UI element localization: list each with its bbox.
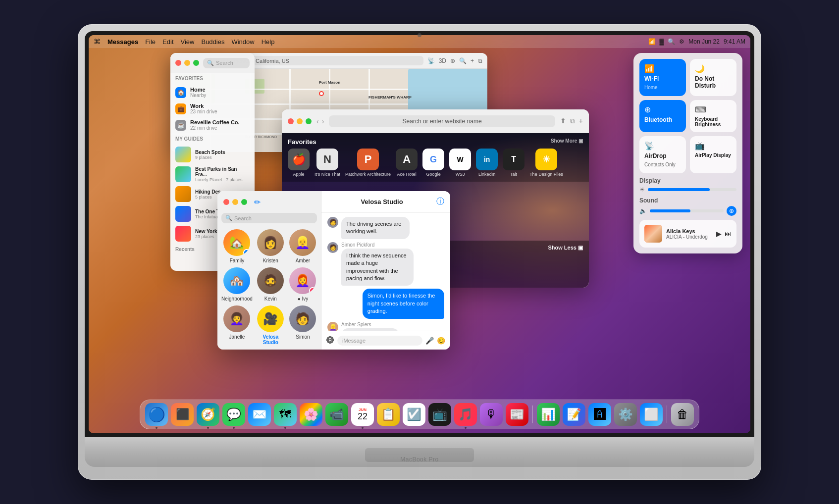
menubar-file[interactable]: File [145, 38, 156, 46]
contact-ivy[interactable]: 👩‍🦰 ♥ ● Ivy [289, 267, 317, 302]
search-menubar-icon[interactable]: 🔍 [668, 38, 675, 45]
messages-close-btn[interactable] [223, 199, 229, 205]
fav-designfiles[interactable]: ☀ The Design Files [529, 149, 563, 177]
cc-wifi-tile[interactable]: 📶 Wi-Fi Home [639, 59, 686, 96]
dock-launchpad[interactable]: ⬛ [171, 403, 194, 426]
contact-family[interactable]: 🏡 • Family [221, 229, 253, 263]
forward-icon[interactable]: › [322, 117, 324, 125]
airplay-label: AirPlay Display [695, 152, 732, 158]
dock-mail[interactable]: ✉️ [248, 403, 271, 426]
sidebar-max-btn[interactable] [193, 60, 199, 66]
dock-appstore[interactable]: 🅰 [588, 403, 611, 426]
trackpad[interactable] [365, 448, 474, 462]
dock-numbers[interactable]: 📊 [537, 403, 560, 426]
audio-button[interactable]: 🎤 [425, 337, 434, 345]
maps-overlay-icon[interactable]: ⊕ [450, 57, 455, 64]
fav-patchwork[interactable]: P Patchwork Architecture [345, 149, 391, 177]
menubar-buddies[interactable]: Buddies [201, 38, 224, 46]
imessage-input[interactable]: iMessage [337, 336, 422, 346]
dock-appletv[interactable]: 📺 [428, 403, 451, 426]
dock-podcasts[interactable]: 🎙 [480, 403, 503, 426]
sidebar-min-btn[interactable] [184, 60, 190, 66]
volume-slider[interactable] [650, 209, 724, 212]
music-play-btn[interactable]: ▶ [716, 230, 722, 238]
dock-messages[interactable]: 💬 [222, 403, 245, 426]
emoji-button[interactable]: 😊 [437, 337, 445, 345]
fav-apple[interactable]: 🍎 Apple [288, 149, 310, 177]
messages-min-btn[interactable] [232, 199, 238, 205]
cc-dnd-tile[interactable]: 🌙 Do Not Disturb [690, 59, 736, 96]
music-skip-btn[interactable]: ⏭ [725, 230, 732, 238]
dock-facetime[interactable]: 📹 [325, 403, 348, 426]
back-icon[interactable]: ‹ [316, 117, 319, 125]
podcasts-icon: 🎙 [485, 407, 497, 421]
compose-button[interactable]: ✏ [251, 196, 263, 208]
fav-wsj[interactable]: W WSJ [449, 149, 471, 177]
messages-window[interactable]: ✏ 🔍 Search 🏡 • [217, 191, 450, 350]
cc-airdrop-tile[interactable]: 📡 AirDrop Contacts Only [639, 136, 686, 173]
control-center-icon[interactable]: ⚙ [679, 38, 684, 45]
dock-pages[interactable]: 📝 [563, 403, 585, 426]
fav-google[interactable]: G Google [422, 149, 444, 177]
dock-maps[interactable]: 🗺 [274, 403, 297, 426]
contact-kristen[interactable]: 👩 Kristen [257, 229, 285, 263]
dock-prefs[interactable]: ⚙️ [614, 403, 637, 426]
menubar-edit[interactable]: Edit [162, 38, 173, 46]
sidebar-favorite-coffee[interactable]: ☕ Reveille Coffee Co. 22 min drive [170, 117, 255, 133]
dock-reminders[interactable]: ☑️ [403, 403, 425, 426]
fav-nicehat[interactable]: N It's Nice That [315, 149, 340, 177]
dock-stickies[interactable]: 📋 [377, 403, 400, 426]
messages-max-btn[interactable] [241, 199, 247, 205]
menubar-view[interactable]: View [181, 38, 195, 46]
safari-share-icon[interactable]: ⬆ [560, 117, 566, 125]
maps-more-icon[interactable]: ⧉ [478, 57, 482, 64]
fav-acehotel[interactable]: A Ace Hotel [396, 149, 418, 177]
fav-linkedin[interactable]: in LinkedIn [476, 149, 498, 177]
dock-calendar[interactable]: JUN 22 [351, 403, 374, 426]
guide-parks[interactable]: Best Parks in San Fra... Lonely Planet ·… [170, 164, 255, 184]
cc-keyboard-tile[interactable]: ⌨ Keyboard Brightness [690, 100, 736, 132]
wifi-menubar-icon[interactable]: 📶 [648, 38, 656, 45]
dock-news[interactable]: 📰 [506, 403, 528, 426]
maps-share-icon[interactable]: 📡 [427, 57, 435, 64]
dock-freeform[interactable]: ⬜ [640, 403, 663, 426]
cc-airplay-tile[interactable]: 📺 AirPlay Display [690, 136, 736, 173]
dock-music[interactable]: 🎵 [454, 403, 477, 426]
safari-min-btn[interactable] [297, 118, 303, 124]
messages-search-field[interactable]: 🔍 Search [221, 213, 317, 223]
brightness-icon: ☀ [639, 186, 645, 193]
contact-amber[interactable]: 👱‍♀️ Amber [289, 229, 317, 263]
menubar-help[interactable]: Help [262, 38, 275, 46]
apps-button[interactable]: 🅐 [326, 336, 334, 345]
dock-finder[interactable]: 🔵 [145, 403, 168, 426]
guide-beach[interactable]: Beach Spots 9 places [170, 145, 255, 164]
cc-bluetooth-tile[interactable]: ⊕ Bluetooth [639, 100, 686, 132]
menubar-app-name[interactable]: Messages [107, 38, 138, 46]
menubar-window[interactable]: Window [231, 38, 254, 46]
contact-velosa[interactable]: 🎥 Velosa Studio [257, 305, 285, 345]
sidebar-favorite-work[interactable]: 💼 Work 23 min drive [170, 101, 255, 117]
contact-simon[interactable]: 🧑 Simon [289, 305, 317, 345]
safari-max-btn[interactable] [306, 118, 312, 124]
info-button[interactable]: ⓘ [436, 197, 444, 207]
dock-photos[interactable]: 🌸 [300, 403, 322, 426]
contact-janelle[interactable]: 👩‍🦱 Janelle [221, 305, 253, 345]
safari-address-bar[interactable]: Search or enter website name [329, 115, 555, 127]
fav-tait[interactable]: T Tait [503, 149, 524, 177]
apple-menu[interactable]: ⌘ [94, 38, 101, 46]
contact-kevin[interactable]: 🧔 Kevin [257, 267, 285, 302]
maps-search-icon[interactable]: 🔍 [459, 57, 467, 64]
safari-add-tab-icon[interactable]: + [579, 117, 583, 125]
maps-add-icon[interactable]: + [471, 57, 474, 64]
sidebar-favorite-home[interactable]: 🏠 Home Nearby [170, 84, 255, 101]
dock-safari[interactable]: 🧭 [197, 403, 219, 426]
maps-3d-icon[interactable]: 3D [439, 57, 446, 64]
dock-trash[interactable]: 🗑 [671, 403, 694, 426]
sidebar-close-btn[interactable] [175, 60, 181, 66]
safari-tabs-icon[interactable]: ⧉ [570, 117, 575, 125]
volume-control-btn[interactable]: ⊕ [727, 206, 736, 216]
maps-search-field[interactable]: 🔍 Search [203, 58, 250, 68]
contact-neighborhood[interactable]: 🏘️ Neighborhood [221, 267, 253, 302]
safari-close-btn[interactable] [288, 118, 294, 124]
brightness-slider[interactable] [648, 188, 736, 191]
